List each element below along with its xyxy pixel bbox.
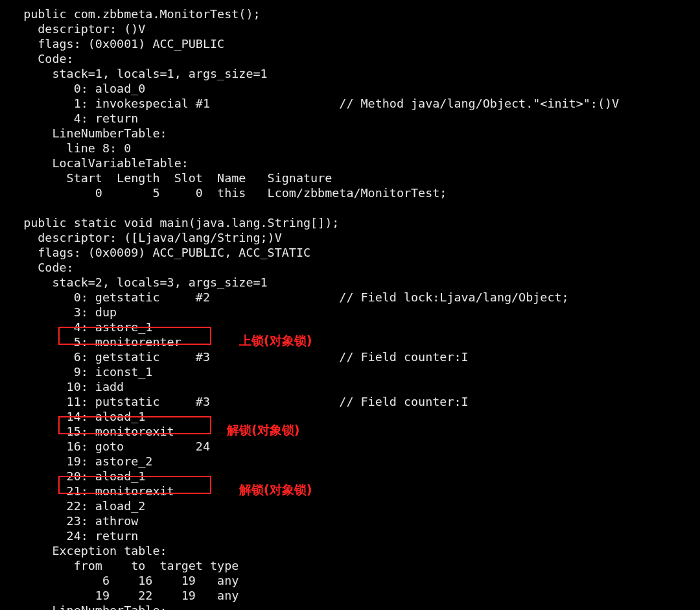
code-line: 10: iadd — [9, 379, 691, 394]
annotation-unlock-1: 解锁(对象锁) — [227, 423, 299, 438]
code-line: stack=1, locals=1, args_size=1 — [9, 66, 691, 81]
code-line: 20: aload_1 — [9, 469, 691, 484]
code-line: descriptor: ([Ljava/lang/String;)V — [9, 230, 691, 245]
code-line: public com.zbbmeta.MonitorTest(); — [9, 6, 691, 21]
code-line: Exception table: — [9, 543, 691, 558]
code-line: Code: — [9, 260, 691, 275]
code-line: 14: aload_1 — [9, 409, 691, 424]
code-line: 15: monitorexit解锁(对象锁) — [9, 424, 691, 439]
code-line: 21: monitorexit解锁(对象锁) — [9, 484, 691, 499]
code-line: LineNumberTable: — [9, 126, 691, 141]
code-line: 19 22 19 any — [9, 588, 691, 603]
code-line: 16: goto 24 — [9, 439, 691, 454]
code-line: 3: dup — [9, 305, 691, 320]
code-line: Start Length Slot Name Signature — [9, 170, 691, 185]
code-line — [9, 200, 691, 215]
code-line: stack=2, locals=3, args_size=1 — [9, 275, 691, 290]
code-line: 0 5 0 this Lcom/zbbmeta/MonitorTest; — [9, 185, 691, 200]
code-line: line 8: 0 — [9, 141, 691, 156]
annotation-unlock-2: 解锁(对象锁) — [239, 482, 312, 498]
code-line: LocalVariableTable: — [9, 156, 691, 170]
bytecode-listing: public com.zbbmeta.MonitorTest(); descri… — [9, 6, 691, 610]
code-line: 23: athrow — [9, 513, 691, 528]
code-line: 5: monitorenter上锁(对象锁) — [9, 334, 691, 349]
code-line: 0: getstatic #2 // Field lock:Ljava/lang… — [9, 290, 691, 305]
code-line: 19: astore_2 — [9, 454, 691, 469]
code-line: LineNumberTable: — [9, 603, 691, 610]
code-line: 0: aload_0 — [9, 81, 691, 96]
code-line: flags: (0x0001) ACC_PUBLIC — [9, 36, 691, 51]
code-line: 24: return — [9, 528, 691, 543]
code-line: 6 16 19 any — [9, 573, 691, 588]
code-line: 4: return — [9, 111, 691, 126]
code-line: from to target type — [9, 558, 691, 573]
code-line: descriptor: ()V — [9, 21, 691, 36]
code-line: Code: — [9, 51, 691, 66]
code-line: flags: (0x0009) ACC_PUBLIC, ACC_STATIC — [9, 245, 691, 260]
code-line: 1: invokespecial #1 // Method java/lang/… — [9, 96, 691, 111]
code-line: 11: putstatic #3 // Field counter:I — [9, 394, 691, 409]
code-line: 22: aload_2 — [9, 499, 691, 513]
code-line: public static void main(java.lang.String… — [9, 215, 691, 230]
annotation-lock: 上锁(对象锁) — [239, 333, 312, 349]
code-line: 9: iconst_1 — [9, 364, 691, 379]
code-line: 6: getstatic #3 // Field counter:I — [9, 349, 691, 364]
code-line: 4: astore_1 — [9, 320, 691, 334]
